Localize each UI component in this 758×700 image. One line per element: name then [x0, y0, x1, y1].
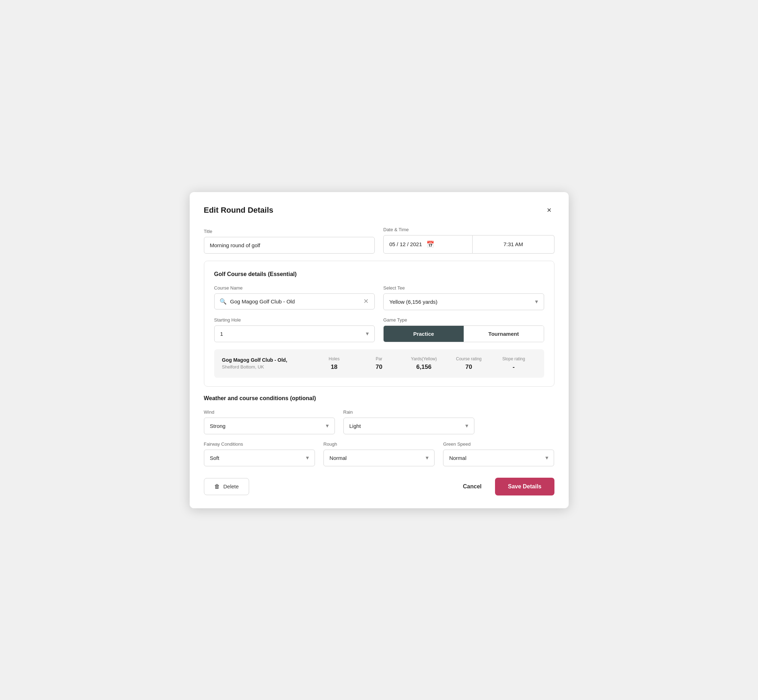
modal-title: Edit Round Details [204, 206, 274, 215]
calendar-icon: 📅 [426, 241, 434, 248]
fairway-dropdown[interactable]: Soft [204, 450, 315, 466]
yards-stat: Yards(Yellow) 6,156 [401, 356, 446, 370]
rough-label: Rough [324, 441, 434, 447]
wind-group: Wind Strong ▼ [204, 409, 335, 434]
green-speed-label: Green Speed [443, 441, 554, 447]
slope-rating-label: Slope rating [491, 356, 536, 361]
slope-rating-stat: Slope rating - [491, 356, 536, 370]
time-value: 7:31 AM [504, 241, 523, 247]
holes-stat: Holes 18 [312, 356, 357, 370]
wind-label: Wind [204, 409, 335, 415]
wind-wrap: Strong ▼ [204, 417, 335, 434]
weather-section-title: Weather and course conditions (optional) [204, 395, 554, 402]
select-tee-dropdown[interactable]: Yellow (6,156 yards) [383, 294, 544, 310]
datetime-group: Date & Time 05 / 12 / 2021 📅 7:31 AM [383, 227, 554, 254]
course-rating-stat: Course rating 70 [446, 356, 491, 370]
game-type-label: Game Type [383, 317, 544, 323]
starting-hole-dropdown[interactable]: 1 [214, 325, 375, 342]
course-name-input-wrap[interactable]: 🔍 ✕ [214, 294, 375, 309]
rain-group: Rain Light ▼ [343, 409, 475, 434]
starting-hole-group: Starting Hole 1 ▼ [214, 317, 375, 342]
tournament-button[interactable]: Tournament [464, 326, 544, 342]
trash-icon: 🗑 [214, 483, 220, 490]
golf-section-title: Golf Course details (Essential) [214, 271, 544, 277]
modal-header: Edit Round Details × [204, 205, 554, 216]
course-rating-label: Course rating [446, 356, 491, 361]
title-datetime-row: Title Date & Time 05 / 12 / 2021 📅 7:31 … [204, 227, 554, 254]
rough-group: Rough Normal ▼ [324, 441, 434, 466]
rain-dropdown[interactable]: Light [343, 417, 475, 434]
fairway-label: Fairway Conditions [204, 441, 315, 447]
course-info-location: Shelford Bottom, UK [222, 364, 312, 370]
time-input[interactable]: 7:31 AM [473, 235, 554, 254]
course-info-box: Gog Magog Golf Club - Old, Shelford Bott… [214, 349, 544, 378]
yards-value: 6,156 [401, 364, 446, 370]
holes-label: Holes [312, 356, 357, 361]
title-group: Title [204, 229, 375, 254]
close-button[interactable]: × [544, 205, 554, 216]
weather-section: Weather and course conditions (optional)… [204, 395, 554, 466]
practice-button[interactable]: Practice [384, 326, 464, 342]
delete-label: Delete [224, 483, 239, 489]
fairway-wrap: Soft ▼ [204, 450, 315, 466]
select-tee-wrap: Yellow (6,156 yards) ▼ [383, 294, 544, 310]
footer-row: 🗑 Delete Cancel Save Details [204, 478, 554, 495]
yards-label: Yards(Yellow) [401, 356, 446, 361]
rough-dropdown[interactable]: Normal [324, 450, 434, 466]
date-input[interactable]: 05 / 12 / 2021 📅 [383, 235, 473, 254]
green-speed-dropdown[interactable]: Normal [443, 450, 554, 466]
select-tee-group: Select Tee Yellow (6,156 yards) ▼ [383, 285, 544, 310]
search-icon: 🔍 [219, 298, 227, 305]
course-name-group: Course Name 🔍 ✕ [214, 285, 375, 310]
game-type-toggle: Practice Tournament [383, 325, 544, 342]
par-stat: Par 70 [357, 356, 401, 370]
title-label: Title [204, 229, 375, 234]
cancel-button[interactable]: Cancel [456, 478, 489, 495]
save-button[interactable]: Save Details [495, 478, 554, 495]
title-input[interactable] [204, 237, 375, 254]
green-speed-group: Green Speed Normal ▼ [443, 441, 554, 466]
course-name-input[interactable] [230, 298, 359, 305]
conditions-row: Fairway Conditions Soft ▼ Rough Normal ▼ [204, 441, 554, 466]
course-name-label: Course Name [214, 285, 375, 291]
rough-wrap: Normal ▼ [324, 450, 434, 466]
fairway-group: Fairway Conditions Soft ▼ [204, 441, 315, 466]
par-label: Par [357, 356, 401, 361]
wind-rain-row: Wind Strong ▼ Rain Light ▼ [204, 409, 475, 434]
datetime-label: Date & Time [383, 227, 554, 232]
hole-gametype-row: Starting Hole 1 ▼ Game Type Practice Tou… [214, 317, 544, 342]
starting-hole-label: Starting Hole [214, 317, 375, 323]
game-type-group: Game Type Practice Tournament [383, 317, 544, 342]
edit-round-modal: Edit Round Details × Title Date & Time 0… [190, 192, 568, 508]
footer-right: Cancel Save Details [456, 478, 554, 495]
course-tee-row: Course Name 🔍 ✕ Select Tee Yellow (6,156… [214, 285, 544, 310]
golf-course-section: Golf Course details (Essential) Course N… [204, 261, 554, 387]
course-info-name: Gog Magog Golf Club - Old, Shelford Bott… [222, 357, 312, 370]
green-speed-wrap: Normal ▼ [443, 450, 554, 466]
rain-label: Rain [343, 409, 475, 415]
clear-course-button[interactable]: ✕ [363, 298, 370, 305]
date-value: 05 / 12 / 2021 [389, 241, 422, 247]
rain-wrap: Light ▼ [343, 417, 475, 434]
course-rating-value: 70 [446, 364, 491, 370]
select-tee-label: Select Tee [383, 285, 544, 291]
wind-dropdown[interactable]: Strong [204, 417, 335, 434]
holes-value: 18 [312, 364, 357, 370]
par-value: 70 [357, 364, 401, 370]
delete-button[interactable]: 🗑 Delete [204, 478, 249, 495]
slope-rating-value: - [491, 364, 536, 370]
datetime-row: 05 / 12 / 2021 📅 7:31 AM [383, 235, 554, 254]
course-info-name-text: Gog Magog Golf Club - Old, [222, 357, 312, 363]
starting-hole-wrap: 1 ▼ [214, 325, 375, 342]
